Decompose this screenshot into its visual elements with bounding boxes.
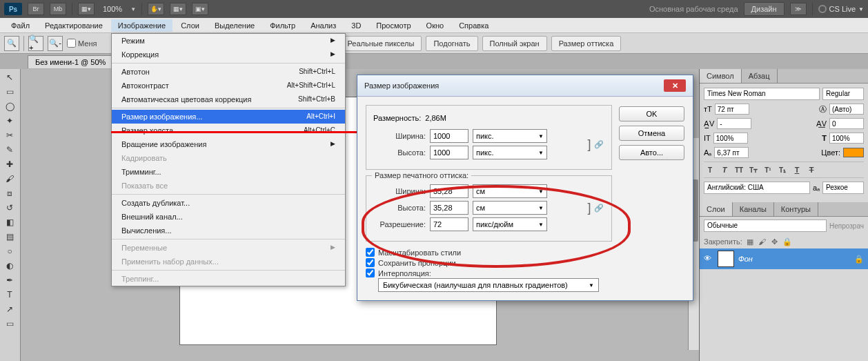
tab-character[interactable]: Символ [700, 69, 742, 83]
dialog-close-button[interactable]: ✕ [664, 79, 686, 92]
cancel-button[interactable]: Отмена [619, 126, 684, 141]
zoom-level[interactable]: 100% [100, 5, 125, 13]
print-height-input[interactable] [430, 201, 468, 215]
menu-item[interactable]: Коррекция▶ [112, 48, 345, 61]
font-style-select[interactable]: Regular [822, 88, 864, 100]
menu-3d[interactable]: 3D [344, 19, 368, 32]
cs-live-button[interactable]: CS Live ▼ [818, 5, 864, 13]
ok-button[interactable]: OK [619, 106, 684, 121]
blend-mode-select[interactable]: Обычные [704, 219, 827, 232]
eraser-tool-icon[interactable]: ◧ [1, 215, 18, 229]
constrain-link-icon[interactable]: 🔗 [593, 140, 604, 149]
underline-icon[interactable]: T [791, 164, 803, 175]
quickselect-tool-icon[interactable]: ✦ [1, 114, 18, 128]
history-brush-tool-icon[interactable]: ↺ [1, 201, 18, 215]
baseline-input[interactable] [714, 147, 749, 158]
menu-analysis[interactable]: Анализ [304, 19, 343, 32]
menu-select[interactable]: Выделение [208, 19, 262, 32]
menu-item[interactable]: Создать дубликат... [112, 196, 345, 210]
zoom-tool-icon[interactable]: 🔍 [4, 36, 19, 51]
minibridge-icon[interactable]: Mb [50, 3, 66, 15]
tab-paths[interactable]: Контуры [774, 202, 818, 216]
resolution-unit-select[interactable]: пикс/дюйм▼ [473, 217, 547, 231]
lock-all-icon[interactable]: 🔒 [782, 237, 792, 246]
menu-item[interactable]: АвтоконтрастAlt+Shift+Ctrl+L [112, 79, 345, 92]
zoom-in-icon[interactable]: 🔍+ [28, 36, 43, 51]
menu-layers[interactable]: Слои [174, 19, 206, 32]
pen-tool-icon[interactable]: ✒ [1, 273, 18, 287]
antialias-select[interactable]: Резкое [822, 182, 864, 194]
language-select[interactable]: Английский: США [704, 182, 810, 194]
pixel-height-unit-select[interactable]: пикс.▼ [473, 146, 547, 159]
gradient-tool-icon[interactable]: ▤ [1, 230, 18, 244]
lock-transparent-icon[interactable]: ▦ [745, 237, 755, 246]
menu-item[interactable]: Тримминг... [112, 165, 345, 179]
pixel-width-unit-select[interactable]: пикс.▼ [473, 129, 547, 143]
hscale-input[interactable] [829, 133, 864, 144]
menu-help[interactable]: Справка [452, 19, 495, 32]
menu-item[interactable]: Внешний канал... [112, 210, 345, 224]
text-color-swatch[interactable] [843, 148, 864, 157]
eyedropper-tool-icon[interactable]: ✎ [1, 143, 18, 157]
scale-styles-checkbox[interactable]: Масштабировать стили [366, 247, 612, 257]
menu-file[interactable]: Файл [4, 19, 37, 32]
print-size-button[interactable]: Размер оттиска [551, 36, 622, 51]
vscale-input[interactable] [713, 133, 748, 144]
fit-screen-button[interactable]: Подогнать [426, 36, 477, 51]
marquee-tool-icon[interactable]: ▭ [1, 85, 18, 99]
menu-item[interactable]: Размер изображения...Alt+Ctrl+I [112, 110, 345, 124]
kerning-input[interactable] [717, 118, 751, 129]
pixel-height-input[interactable] [430, 146, 468, 159]
path-tool-icon[interactable]: ↗ [1, 302, 18, 316]
workspace-design-button[interactable]: Дизайн [744, 2, 785, 16]
pixel-width-input[interactable] [430, 129, 468, 143]
print-width-unit-select[interactable]: см▼ [473, 184, 547, 198]
menu-edit[interactable]: Редактирование [38, 19, 110, 32]
type-tool-icon[interactable]: T [1, 288, 18, 302]
layer-visibility-icon[interactable]: 👁 [704, 254, 713, 264]
interpolation-select[interactable]: Бикубическая (наилучшая для плавных град… [378, 278, 599, 292]
italic-icon[interactable]: T [718, 164, 731, 175]
resize-windows-checkbox[interactable]: Меня [67, 39, 97, 48]
layer-thumbnail[interactable] [718, 251, 734, 267]
tab-channels[interactable]: Каналы [733, 202, 774, 216]
view-extras-icon[interactable]: ▦▾ [78, 3, 95, 15]
screenmode-icon[interactable]: ▣▾ [192, 3, 208, 15]
move-tool-icon[interactable]: ↖ [1, 70, 18, 84]
constrain-link2-icon[interactable]: 🔗 [593, 204, 604, 213]
menu-item[interactable]: АвтотонShift+Ctrl+L [112, 65, 345, 79]
layer-row[interactable]: 👁 Фон 🔒 [700, 248, 868, 269]
menu-filter[interactable]: Фильтр [263, 19, 302, 32]
crop-tool-icon[interactable]: ✂ [1, 128, 18, 142]
dodge-tool-icon[interactable]: ◐ [1, 259, 18, 273]
document-tab[interactable]: Без имени-1 @ 50% [28, 55, 113, 68]
menu-item[interactable]: Вычисления... [112, 224, 345, 237]
healing-tool-icon[interactable]: ✚ [1, 157, 18, 171]
leading-input[interactable] [829, 104, 864, 115]
font-size-input[interactable] [715, 104, 749, 115]
tab-paragraph[interactable]: Абзац [742, 69, 778, 83]
auto-button[interactable]: Авто... [619, 145, 684, 160]
print-width-input[interactable] [430, 184, 468, 198]
lock-position-icon[interactable]: ✥ [770, 237, 780, 246]
bold-icon[interactable]: T [704, 164, 716, 175]
tracking-input[interactable] [829, 118, 864, 129]
shape-tool-icon[interactable]: ▭ [1, 317, 18, 331]
lasso-tool-icon[interactable]: ◯ [1, 99, 18, 113]
smallcaps-icon[interactable]: Tᴛ [747, 164, 760, 175]
subscript-icon[interactable]: T₁ [776, 164, 789, 175]
constrain-proportions-checkbox[interactable]: Сохранить пропорции [366, 257, 612, 268]
zoom-dropdown-icon[interactable]: ▼ [130, 6, 136, 12]
workspace-more-icon[interactable]: ≫ [790, 3, 807, 15]
resolution-input[interactable] [430, 217, 468, 231]
zoom-out-icon[interactable]: 🔍- [48, 36, 63, 51]
superscript-icon[interactable]: T¹ [762, 164, 774, 175]
menu-image[interactable]: Изображение [111, 19, 172, 32]
strike-icon[interactable]: T [805, 164, 818, 175]
menu-item[interactable]: Размер холста...Alt+Ctrl+C [112, 124, 345, 137]
stamp-tool-icon[interactable]: ⧈ [1, 186, 18, 200]
arrange-docs-icon[interactable]: ▦▾ [170, 3, 186, 15]
menu-window[interactable]: Окно [420, 19, 451, 32]
menu-view[interactable]: Просмотр [369, 19, 417, 32]
menu-item[interactable]: Вращение изображения▶ [112, 137, 345, 151]
